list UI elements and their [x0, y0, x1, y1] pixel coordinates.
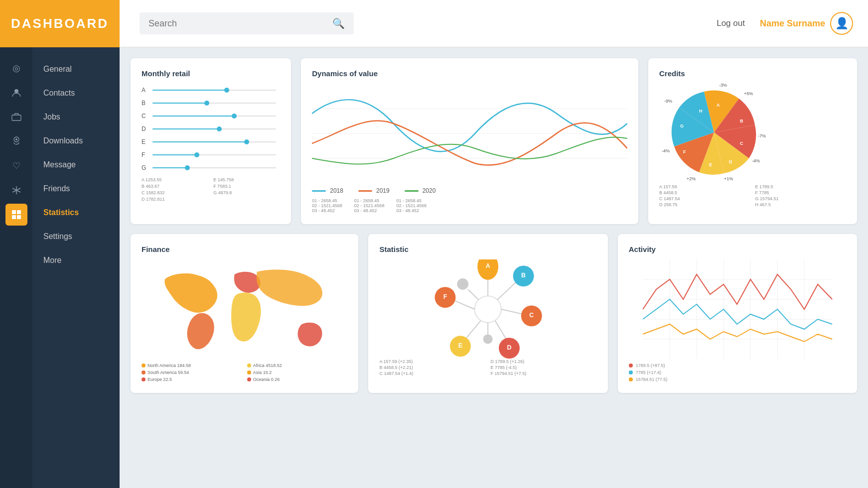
svg-text:-3%: -3% — [719, 83, 727, 88]
credits-data: A 157.59E 1789.5 B 4458.5F 7785 C 1487.5… — [659, 184, 846, 207]
bar-row-b: B — [142, 100, 280, 107]
sidebar-icon-contacts[interactable] — [5, 82, 27, 104]
bar-row-e: E — [142, 138, 280, 145]
main: ◎ ♡ General Contacts Jobs Downloads Mess… — [0, 47, 868, 488]
stat-c: C 1582.832 — [142, 190, 208, 195]
legend-europe: Europe 22.5 — [142, 377, 242, 382]
content: Monthly retail A B — [120, 47, 868, 488]
world-map — [142, 259, 347, 359]
svg-rect-8 — [12, 210, 16, 214]
nav-item-contacts[interactable]: Contacts — [32, 81, 120, 105]
legend-north-america: North America 184.58 — [142, 363, 242, 368]
svg-text:H: H — [699, 109, 703, 114]
nav-item-downloads[interactable]: Downloads — [32, 129, 120, 153]
legend-south-america: South America 59.54 — [142, 370, 242, 375]
nav-item-jobs[interactable]: Jobs — [32, 105, 120, 129]
nav-item-general[interactable]: General — [32, 57, 120, 81]
svg-text:D: D — [507, 344, 512, 351]
avatar: 👤 — [830, 12, 853, 35]
svg-line-6 — [12, 190, 16, 192]
activity-legend-red: 1789.5 (+87.5) — [629, 363, 846, 368]
svg-rect-1 — [12, 115, 21, 121]
statistic-title: Statistic — [379, 245, 596, 253]
nav-item-message[interactable]: Message — [32, 153, 120, 177]
svg-point-53 — [483, 334, 493, 344]
activity-card: Activity — [618, 234, 857, 393]
top-cards-grid: Monthly retail A B — [131, 58, 857, 224]
bar-label-c: C — [142, 113, 148, 120]
dynamics-card: Dynamics of value 2018 — [301, 58, 638, 224]
bar-row-c: C — [142, 113, 280, 120]
dynamics-title: Dynamics of value — [312, 69, 627, 78]
monthly-retail-card: Monthly retail A B — [131, 58, 291, 224]
activity-legend: 1789.5 (+87.5) 7785 (+17.4) 15784.51 (77… — [629, 363, 846, 382]
sidebar-icon-jobs[interactable] — [5, 106, 27, 128]
dynamics-chart — [312, 84, 627, 183]
bottom-cards-grid: Finance — [131, 234, 857, 393]
header-right: Log out Name Surname 👤 — [717, 12, 868, 35]
bar-label-d: D — [142, 125, 148, 132]
svg-rect-9 — [17, 210, 21, 214]
monthly-retail-stats: A 1253.55 E 145.758 B 463.67 F 7583.1 C … — [142, 177, 280, 202]
svg-text:-4%: -4% — [752, 158, 760, 163]
dynamics-data: 01 - 2658.45 02 - 1521.4568 03 - 48.452 … — [312, 198, 627, 213]
svg-text:-7%: -7% — [758, 133, 766, 138]
svg-text:D: D — [729, 159, 732, 164]
nav-item-more[interactable]: More — [32, 248, 120, 272]
user-info[interactable]: Name Surname 👤 — [760, 12, 853, 35]
svg-line-47 — [455, 301, 475, 309]
svg-text:E: E — [458, 342, 462, 349]
svg-text:+5%: +5% — [744, 91, 753, 96]
header: DASHBOARD 🔍 Log out Name Surname 👤 — [0, 0, 868, 47]
svg-rect-10 — [12, 215, 16, 219]
brand: DASHBOARD — [0, 0, 120, 47]
bar-label-f: F — [142, 151, 148, 158]
credits-card: Credits — [648, 58, 857, 224]
activity-legend-blue: 7785 (+17.4) — [629, 370, 846, 375]
search-icon: 🔍 — [332, 17, 345, 29]
monthly-retail-title: Monthly retail — [142, 69, 280, 78]
svg-text:-9%: -9% — [664, 99, 672, 104]
activity-chart — [629, 259, 846, 359]
svg-text:C: C — [740, 141, 743, 146]
svg-text:F: F — [443, 293, 447, 300]
nav-item-settings[interactable]: Settings — [32, 225, 120, 248]
bar-row-a: A — [142, 87, 280, 94]
svg-text:-4%: -4% — [662, 148, 670, 153]
stat-d: D 1782.811 — [142, 197, 208, 202]
svg-text:B: B — [740, 119, 743, 123]
dynamics-col-2018: 01 - 2658.45 02 - 1521.4568 03 - 48.452 — [312, 198, 342, 213]
credits-pie: H A B C D E F G -3% +5% -7% -4% +1% — [659, 83, 769, 182]
activity-legend-orange: 15784.51 (77.5) — [629, 377, 846, 382]
logout-button[interactable]: Log out — [717, 18, 745, 28]
statistic-card: Statistic A B — [368, 234, 607, 393]
bar-row-d: D — [142, 125, 280, 132]
svg-line-4 — [12, 188, 16, 190]
svg-line-38 — [501, 309, 522, 314]
search-bar[interactable]: 🔍 — [140, 12, 354, 34]
user-name: Name Surname — [760, 18, 825, 29]
stat-f: F 7583.1 — [213, 184, 280, 189]
nav-item-friends[interactable]: Friends — [32, 177, 120, 201]
dynamics-col-2020: 01 - 2658.45 02 - 1521.4568 03 - 48.452 — [396, 198, 427, 213]
sidebar-icon-message[interactable]: ♡ — [5, 155, 27, 177]
legend-2019: 2019 — [358, 187, 390, 194]
svg-line-5 — [16, 188, 20, 190]
svg-text:B: B — [522, 272, 526, 279]
finance-legend: North America 184.58 Africa 4518.52 Sout… — [142, 363, 347, 382]
sidebar-icon-friends[interactable] — [5, 179, 27, 201]
svg-text:C: C — [530, 312, 534, 319]
svg-point-51 — [457, 278, 469, 290]
sidebar-icon-downloads[interactable] — [5, 130, 27, 152]
stat-b: B 463.67 — [142, 184, 208, 189]
dynamics-col-2019: 01 - 2658.45 02 - 1521.4568 03 - 48.452 — [354, 198, 385, 213]
bar-row-f: F — [142, 151, 280, 158]
svg-text:G: G — [680, 123, 684, 128]
sidebar-icon-statistics[interactable] — [5, 204, 27, 226]
bar-track-a — [152, 90, 276, 91]
sidebar-icon-general[interactable]: ◎ — [5, 57, 27, 79]
search-input[interactable] — [148, 18, 328, 29]
svg-point-2 — [15, 138, 17, 140]
nav-item-statistics[interactable]: Statistics — [32, 201, 120, 225]
credits-title: Credits — [659, 69, 846, 78]
